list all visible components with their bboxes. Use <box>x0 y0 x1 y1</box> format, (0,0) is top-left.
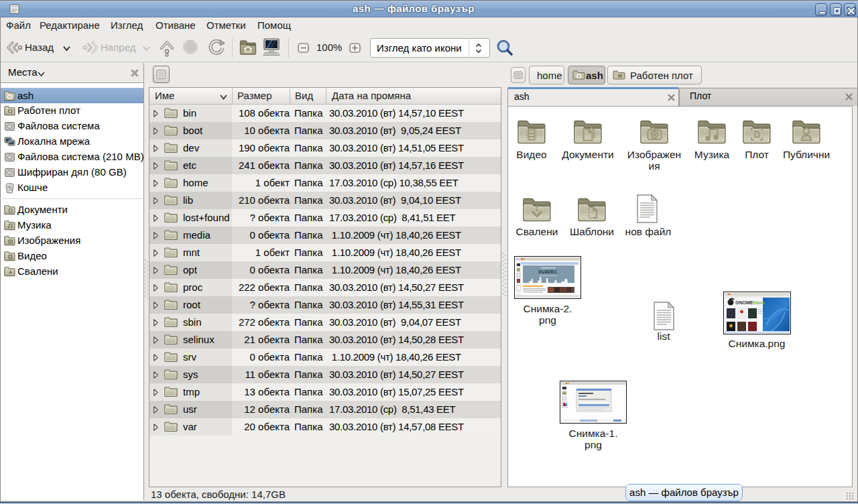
svg-text:GUADEC: GUADEC <box>538 269 557 274</box>
svg-text:GNOME: GNOME <box>735 300 753 305</box>
svg-text:Store: Store <box>753 300 765 305</box>
